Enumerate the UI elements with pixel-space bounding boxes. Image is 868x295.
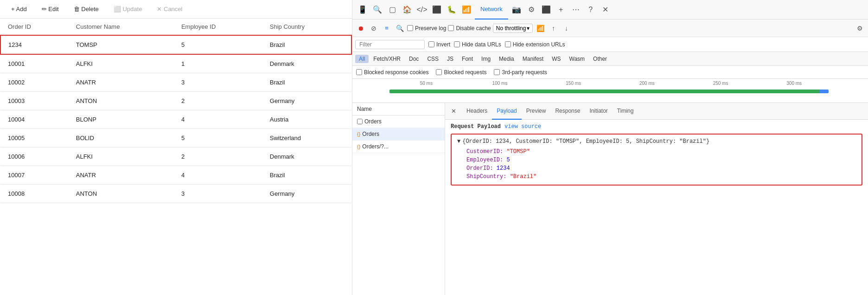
table-row[interactable]: 10002ANATR3Brazil — [0, 73, 351, 92]
disable-cache-checkbox[interactable]: Disable cache — [448, 25, 491, 32]
delete-button[interactable]: 🗑 Delete — [70, 4, 102, 14]
inspect-icon[interactable]: 🔍 — [371, 3, 384, 16]
payload-key: ShipCountry: — [466, 173, 510, 180]
filter-doc[interactable]: Doc — [405, 55, 422, 63]
filter-font[interactable]: Font — [458, 55, 477, 63]
screencast-icon[interactable]: 📷 — [510, 3, 523, 16]
filter-wasm[interactable]: Wasm — [566, 55, 589, 63]
cancel-button[interactable]: ✕ Cancel — [153, 4, 186, 14]
invert-checkbox[interactable]: Invert — [428, 41, 450, 48]
timeline-200ms: 200 ms — [610, 81, 684, 86]
network-content: Name Orders {} Orders {} Orders/?... ✕ H… — [352, 103, 868, 295]
more-tools-icon[interactable]: + — [555, 3, 568, 16]
filter-input[interactable] — [355, 40, 425, 49]
tab-network[interactable]: Network — [475, 0, 508, 19]
timeline-300ms: 300 ms — [757, 81, 831, 86]
clear-button[interactable]: ⊘ — [368, 23, 379, 34]
home-icon[interactable]: 🏠 — [401, 3, 414, 16]
export-har-icon[interactable]: ↓ — [561, 23, 572, 34]
throttling-select[interactable]: No throttling ▾ — [493, 24, 533, 33]
preserve-log-checkbox[interactable]: Preserve log — [407, 25, 446, 32]
payload-key: CustomerID: — [466, 148, 506, 155]
table-row[interactable]: 10003ANTON2Germany — [0, 92, 351, 110]
payload-value: 5 — [506, 157, 510, 163]
timeline-labels: 50 ms 100 ms 150 ms 200 ms 250 ms 300 ms — [352, 81, 868, 86]
table-row[interactable]: 10008ANTON3Germany — [0, 185, 351, 203]
payload-field-shipcountry: ShipCountry: "Brazil" — [457, 173, 856, 181]
blocked-requests-filter[interactable]: Blocked requests — [436, 69, 486, 76]
third-party-filter[interactable]: 3rd-party requests — [494, 69, 547, 76]
table-row[interactable]: 10004BLONP4Austria — [0, 110, 351, 129]
timeline-250ms: 250 ms — [684, 81, 758, 86]
more-options-icon[interactable]: ⋯ — [569, 3, 582, 16]
filter-fetch-xhr[interactable]: Fetch/XHR — [370, 55, 404, 63]
bug-icon[interactable]: 🐛 — [445, 3, 458, 16]
filter-ws[interactable]: WS — [548, 55, 564, 63]
console-icon[interactable]: ▢ — [386, 3, 399, 16]
detail-tabs: ✕ Headers Payload Preview Response Initi… — [445, 103, 868, 120]
filter-img[interactable]: Img — [478, 55, 494, 63]
cell-shipcountry: Austria — [262, 110, 351, 129]
expand-triangle[interactable]: ▼ — [457, 138, 460, 145]
cell-orderid: 10006 — [0, 148, 69, 166]
table-row[interactable]: 1234TOMSP5Brazil — [0, 35, 351, 54]
orders-table: Order ID Customer Name Employee ID Ship … — [0, 19, 352, 203]
detail-panel: ✕ Headers Payload Preview Response Initi… — [445, 103, 868, 295]
filter-manifest[interactable]: Manifest — [519, 55, 547, 63]
payload-summary: ▼ {OrderID: 1234, CustomerID: "TOMSP", E… — [457, 138, 856, 145]
filter-all[interactable]: All — [355, 55, 369, 63]
filter-icon[interactable]: ≡ — [381, 23, 392, 34]
blocked-cookies-filter[interactable]: Blocked response cookies — [356, 69, 428, 76]
code-icon[interactable]: </> — [415, 3, 428, 16]
cell-customername: ANTON — [69, 185, 174, 203]
name-item-orders-selected[interactable]: {} Orders — [352, 128, 445, 141]
close-detail-button[interactable]: ✕ — [447, 105, 460, 118]
timeline: 50 ms 100 ms 150 ms 200 ms 250 ms 300 ms — [352, 79, 868, 103]
close-devtools-icon[interactable]: ✕ — [599, 3, 612, 16]
data-table-container: Order ID Customer Name Employee ID Ship … — [0, 19, 352, 295]
filter-css[interactable]: CSS — [423, 55, 442, 63]
hide-data-urls-checkbox[interactable]: Hide data URLs — [454, 41, 501, 48]
name-item-orders-checkbox[interactable]: Orders — [352, 115, 445, 128]
update-button[interactable]: ⬜ Update — [110, 4, 146, 14]
search-network-icon[interactable]: 🔍 — [394, 23, 405, 34]
tab-initiator[interactable]: Initiator — [585, 103, 612, 120]
name-item-orders-query[interactable]: {} Orders/?... — [352, 141, 445, 153]
cell-orderid: 10008 — [0, 185, 69, 203]
network-conditions-icon[interactable]: 📶 — [535, 23, 546, 34]
cell-orderid: 10004 — [0, 110, 69, 129]
tab-preview[interactable]: Preview — [522, 103, 551, 120]
payload-field-employeeid: EmployeeID: 5 — [457, 156, 856, 164]
record-button[interactable]: ⏺ — [355, 23, 366, 34]
table-row[interactable]: 10006ALFKI2Denmark — [0, 148, 351, 166]
payload-section-title: Request Payload — [451, 123, 501, 130]
cell-customername: ANATR — [69, 73, 174, 92]
help-devtools-icon[interactable]: ? — [584, 3, 597, 16]
timeline-blue-bar — [819, 90, 829, 93]
filter-js[interactable]: JS — [443, 55, 457, 63]
payload-tree: ▼ {OrderID: 1234, CustomerID: "TOMSP", E… — [451, 134, 862, 186]
table-row[interactable]: 10005BOLID5Switzerland — [0, 129, 351, 148]
tab-response[interactable]: Response — [550, 103, 585, 120]
customize-icon[interactable]: ⚙ — [525, 3, 538, 16]
device-toolbar-icon[interactable]: 📱 — [356, 3, 369, 16]
dock-icon[interactable]: ⬛ — [540, 3, 553, 16]
hide-extension-urls-checkbox[interactable]: Hide extension URLs — [505, 41, 565, 48]
name-column: Name Orders {} Orders {} Orders/?... — [352, 103, 445, 295]
table-row[interactable]: 10001ALFKI1Denmark — [0, 54, 351, 73]
filter-media[interactable]: Media — [495, 55, 518, 63]
cell-customername: BOLID — [69, 129, 174, 148]
edit-button[interactable]: ✏ Edit — [38, 4, 63, 14]
tab-headers[interactable]: Headers — [462, 103, 492, 120]
filter-other[interactable]: Other — [589, 55, 611, 63]
table-row[interactable]: 10007ANATR4Brazil — [0, 166, 351, 185]
view-source-link[interactable]: view source — [504, 123, 541, 130]
wifi-status-icon[interactable]: 📶 — [460, 3, 473, 16]
add-button[interactable]: + Add — [7, 4, 31, 14]
import-har-icon[interactable]: ↑ — [548, 23, 559, 34]
cell-orderid: 10007 — [0, 166, 69, 185]
tab-payload[interactable]: Payload — [492, 103, 521, 120]
app-icon[interactable]: ⬛ — [430, 3, 443, 16]
network-settings-icon[interactable]: ⚙ — [854, 23, 865, 34]
tab-timing[interactable]: Timing — [613, 103, 638, 120]
